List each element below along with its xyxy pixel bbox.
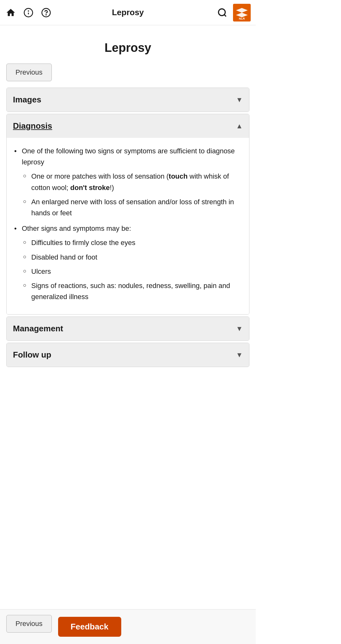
diagnosis-sub-list-1: One or more patches with loss of sensati… [22,171,242,218]
bottom-bar: Previous Feedback [0,609,256,644]
diagnosis-point-2: Other signs and symptoms may be: [22,224,131,232]
followup-chevron-down-icon: ▼ [236,351,243,359]
diagnosis-accordion-body: One of the following two signs or sympto… [7,138,249,314]
list-item: Ulcers [22,266,242,277]
diagnosis-section: Diagnosis ▲ One of the following two sig… [6,114,249,315]
diagnosis-chevron-up-icon: ▲ [236,122,243,130]
feedback-button[interactable]: Feedback [58,617,121,637]
search-icon[interactable] [217,7,228,18]
images-chevron-down-icon: ▼ [236,96,243,104]
main-content: Leprosy Previous Images ▼ Diagnosis ▲ On… [0,25,256,407]
list-item: One or more patches with loss of sensati… [22,171,242,193]
diagnosis-sub-list-2: Difficulties to firmly close the eyes Di… [22,237,242,302]
home-icon[interactable] [5,7,16,18]
images-section-label: Images [13,95,41,105]
diagnosis-section-label: Diagnosis [13,121,52,131]
info-icon[interactable] [23,7,34,18]
previous-button-bottom[interactable]: Previous [6,615,52,633]
nav-right-icons: NLR [189,4,251,21]
list-item: Signs of reactions, such as: nodules, re… [22,280,242,302]
top-navigation: Leprosy NLR [0,0,256,25]
list-item: An enlarged nerve with loss of sensation… [22,196,242,218]
diagnosis-list: One of the following two signs or sympto… [13,145,242,302]
management-chevron-down-icon: ▼ [236,325,243,333]
images-accordion-header[interactable]: Images ▼ [7,88,249,112]
images-section: Images ▼ [6,88,249,112]
management-accordion-header[interactable]: Management ▼ [7,317,249,340]
list-item: Other signs and symptoms may be: Difficu… [13,223,242,302]
nav-left-icons [5,7,67,18]
followup-section-label: Follow up [13,350,51,360]
diagnosis-accordion-header[interactable]: Diagnosis ▲ [7,114,249,138]
list-item: One of the following two signs or sympto… [13,145,242,218]
management-section-label: Management [13,324,63,334]
followup-accordion-header[interactable]: Follow up ▼ [7,343,249,367]
help-icon[interactable] [40,7,52,18]
followup-section: Follow up ▼ [6,343,249,367]
previous-button-top[interactable]: Previous [6,64,52,81]
diagnosis-point-1: One of the following two signs or sympto… [22,147,235,166]
nav-title: Leprosy [67,8,189,17]
management-section: Management ▼ [6,316,249,341]
list-item: Difficulties to firmly close the eyes [22,237,242,248]
svg-text:NLR: NLR [239,17,245,20]
nlr-logo[interactable]: NLR [233,4,251,21]
svg-point-5 [218,9,225,15]
page-title: Leprosy [6,41,249,55]
svg-line-6 [224,15,226,16]
list-item: Disabled hand or foot [22,252,242,263]
